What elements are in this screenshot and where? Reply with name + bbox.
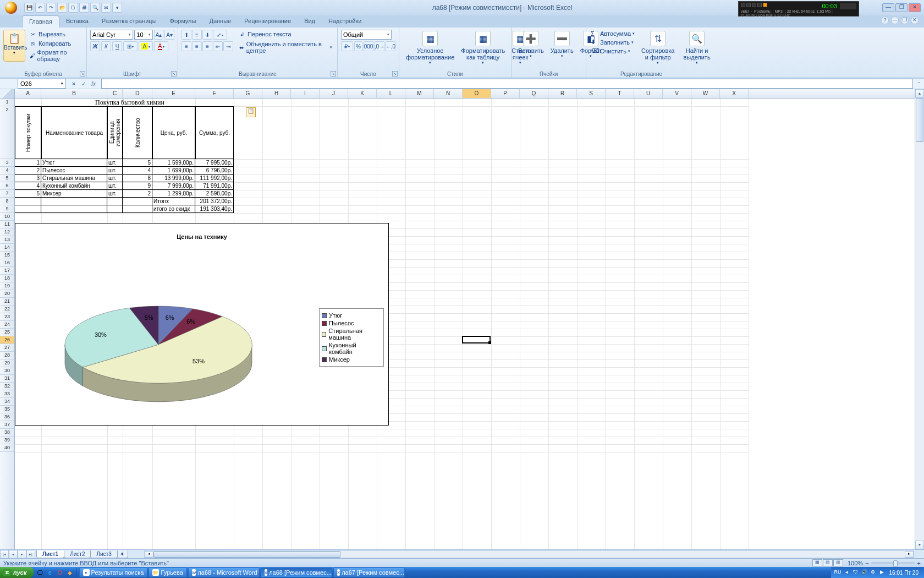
qat-email-icon[interactable]: ✉ (101, 3, 111, 13)
format-painter-button[interactable]: 🖌Формат по образцу (28, 48, 83, 63)
shrink-font-icon[interactable]: A▾ (164, 30, 174, 40)
row-header-6[interactable]: 6 (0, 182, 14, 190)
row-header-36[interactable]: 36 (0, 413, 14, 421)
grow-font-icon[interactable]: A▴ (154, 30, 164, 40)
ql-ie-icon[interactable]: e (46, 568, 54, 577)
cell[interactable]: Миксер (41, 190, 107, 198)
sheet-tab-1[interactable]: Лист1 (36, 550, 64, 558)
cell[interactable]: 2 (15, 167, 41, 175)
row-header-31[interactable]: 31 (0, 375, 14, 383)
cell[interactable]: 1 (15, 159, 41, 167)
row-header-35[interactable]: 35 (0, 406, 14, 413)
tray-clock[interactable]: 16:01 Пт 20 (887, 570, 921, 576)
row-header-27[interactable]: 27 (0, 344, 14, 352)
formula-input[interactable] (101, 79, 913, 89)
cell[interactable]: 1 299,00р. (152, 190, 195, 198)
cell[interactable]: 201 372,00р. (195, 198, 234, 205)
cell[interactable] (123, 205, 152, 213)
format-table-button[interactable]: ▦Форматировать как таблицу▾ (458, 30, 508, 66)
paste-button[interactable]: 📋 Вставить ▾ (3, 30, 25, 62)
row-header-16[interactable]: 16 (0, 259, 14, 267)
cell[interactable]: 5 (123, 159, 152, 167)
underline-icon[interactable]: Ч (112, 41, 122, 51)
cell[interactable]: 3 (15, 175, 41, 182)
page-break-icon[interactable]: ▥ (833, 559, 843, 566)
cell[interactable] (41, 205, 107, 213)
cell[interactable]: 2 598,00р. (195, 190, 234, 198)
paste-options-icon[interactable]: 📋 (246, 107, 256, 117)
expand-formula-icon[interactable]: ⌄ (914, 79, 923, 88)
row-header-38[interactable]: 38 (0, 429, 14, 437)
row-header-18[interactable]: 18 (0, 275, 14, 282)
scroll-up-icon[interactable]: ▲ (915, 89, 924, 98)
row-header-4[interactable]: 4 (0, 167, 14, 175)
tray-icon-3[interactable]: 🔊 (861, 569, 868, 576)
cancel-edit-icon[interactable]: ✕ (69, 79, 78, 88)
sort-filter-button[interactable]: ⇅Сортировка и фильтр▾ (638, 30, 678, 66)
number-dialog-icon[interactable]: ↘ (392, 71, 398, 77)
row-header-14[interactable]: 14 (0, 244, 14, 252)
row-header-10[interactable]: 10 (0, 213, 14, 221)
col-header-W[interactable]: W (691, 89, 720, 98)
row-header-39[interactable]: 39 (0, 437, 14, 444)
cell[interactable]: 2 (123, 190, 152, 198)
row-header-40[interactable]: 40 (0, 444, 14, 452)
row-header-30[interactable]: 30 (0, 367, 14, 375)
minimize-button[interactable]: — (882, 3, 894, 12)
horizontal-scrollbar[interactable]: ◂ ▸ (144, 550, 914, 558)
qat-redo-icon[interactable]: ↷ (46, 3, 56, 13)
vertical-scrollbar[interactable]: ▲ ▼ (915, 89, 924, 549)
row-header-28[interactable]: 28 (0, 352, 14, 359)
qat-preview-icon[interactable]: 🔍 (90, 3, 100, 13)
cell[interactable]: 71 991,00р. (195, 182, 234, 190)
row-header-29[interactable]: 29 (0, 359, 14, 367)
row-header-2[interactable]: 2 (0, 106, 14, 159)
align-bottom-icon[interactable]: ⬇ (202, 30, 212, 40)
ql-desktop-icon[interactable]: 🖵 (36, 568, 45, 577)
zoom-slider[interactable] (871, 562, 915, 564)
col-header-K[interactable]: K (348, 89, 377, 98)
row-header-17[interactable]: 17 (0, 267, 14, 275)
start-button[interactable]: пуск (0, 567, 34, 578)
cell[interactable]: шт. (107, 167, 123, 175)
ql-opera-icon[interactable]: O (56, 568, 64, 577)
col-header-B[interactable]: B (41, 89, 107, 98)
row-header-20[interactable]: 20 (0, 290, 14, 298)
clear-button[interactable]: ⌫Очистить▾ (590, 47, 636, 55)
close-doc-icon[interactable]: ✕ (911, 17, 919, 24)
align-middle-icon[interactable]: ≡ (192, 30, 202, 40)
fill-color-icon[interactable]: A▾ (139, 41, 153, 51)
row-header-12[interactable]: 12 (0, 228, 14, 236)
tray-lang[interactable]: RU (834, 569, 842, 576)
cell[interactable]: Кухонный комбайн (41, 182, 107, 190)
col-header-J[interactable]: J (320, 89, 348, 98)
cell[interactable]: 8 (123, 175, 152, 182)
row-header-5[interactable]: 5 (0, 175, 14, 182)
indent-inc-icon[interactable]: ⇥ (223, 41, 233, 51)
tray-icon-2[interactable]: 🛡 (852, 569, 859, 576)
dec-decimal-icon[interactable]: ←,0 (386, 41, 395, 51)
name-box[interactable]: O26▾ (18, 79, 66, 89)
col-header-T[interactable]: T (606, 89, 634, 98)
row-header-19[interactable]: 19 (0, 282, 14, 290)
col-header-I[interactable]: I (291, 89, 320, 98)
qat-undo-icon[interactable]: ↶ (35, 3, 45, 13)
cell[interactable]: 191 303,40р. (195, 205, 234, 213)
col-header-S[interactable]: S (577, 89, 606, 98)
qat-new-icon[interactable]: 🗋 (68, 3, 78, 13)
row-header-15[interactable]: 15 (0, 252, 14, 259)
row-header-26[interactable]: 26 (0, 336, 14, 344)
tab-review[interactable]: Рецензирование (238, 15, 298, 28)
taskbar-task[interactable]: 📁Гурьева (148, 568, 186, 577)
col-header-V[interactable]: V (663, 89, 691, 98)
col-header-U[interactable]: U (634, 89, 663, 98)
cell[interactable]: итого со скидк (152, 205, 195, 213)
cell[interactable] (41, 198, 107, 205)
tab-data[interactable]: Данные (202, 15, 238, 28)
row-header-11[interactable]: 11 (0, 221, 14, 228)
zoom-in-icon[interactable]: + (917, 560, 921, 566)
insert-cells-button[interactable]: ➕Вставить▾ (515, 30, 547, 59)
fill-button[interactable]: ⬇Заполнить▾ (590, 38, 636, 46)
embedded-chart[interactable]: Цены на технику 6%6%53%30%5% УтюгПылесос… (15, 223, 389, 426)
delete-cells-button[interactable]: ➖Удалить▾ (547, 30, 577, 59)
